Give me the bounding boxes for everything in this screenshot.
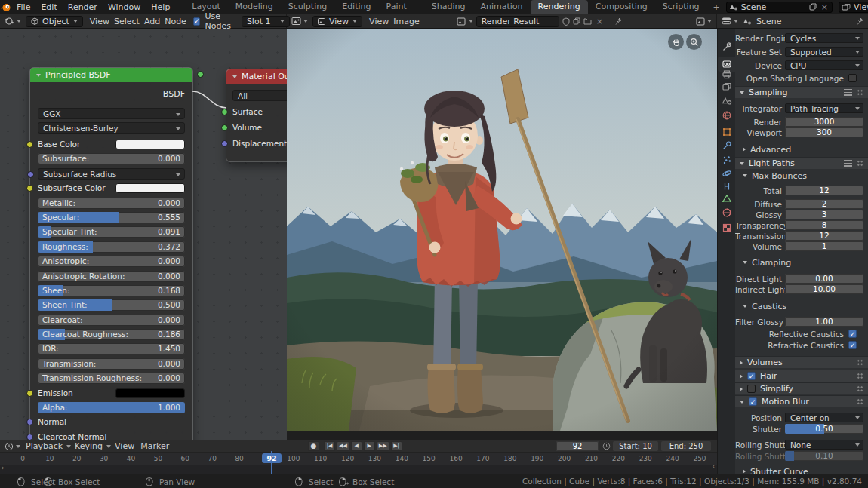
reflective-caustics-checkbox[interactable]: ✓: [848, 330, 857, 338]
color-swatch[interactable]: [115, 183, 185, 193]
bsdf-row-ior[interactable]: IOR:1.450: [38, 343, 185, 354]
timeline-menu-marker[interactable]: Marker: [138, 441, 171, 451]
current-frame-field[interactable]: 92: [556, 441, 599, 451]
bsdf-row-alpha[interactable]: Alpha:1.000: [38, 402, 185, 413]
bsdf-row-clearcoat-normal[interactable]: Clearcoat Normal: [38, 431, 185, 440]
output-row-volume[interactable]: Volume: [232, 122, 287, 134]
bsdf-row-sheen-tint[interactable]: Sheen Tint:0.500: [38, 299, 185, 311]
unlink-scene-button[interactable]: ×: [820, 2, 830, 12]
section-light-paths[interactable]: Light Paths: [735, 157, 868, 169]
workspace-tab-scripting[interactable]: Scripting: [655, 0, 707, 14]
editor-type-properties-icon[interactable]: [722, 17, 738, 26]
bsdf-node-header[interactable]: Principled BSDF: [30, 68, 192, 82]
node-socket-green[interactable]: [221, 109, 228, 115]
node-socket-green[interactable]: [221, 124, 228, 131]
node-socket-purple[interactable]: [26, 434, 33, 440]
menu-help[interactable]: Help: [146, 0, 175, 14]
jump-start-button[interactable]: |◀: [324, 441, 335, 451]
workspace-tab-modeling[interactable]: Modeling: [228, 0, 281, 14]
collapse-right-icon[interactable]: ‹: [712, 462, 715, 470]
position-dropdown[interactable]: Center on Frame: [785, 413, 863, 422]
menu-render[interactable]: Render: [63, 0, 103, 14]
pin-icon[interactable]: [614, 17, 622, 26]
subsection-max-bounces[interactable]: Max Bounces: [743, 170, 863, 181]
image-icon[interactable]: [457, 17, 466, 26]
feature-set-dropdown[interactable]: Supported: [785, 47, 863, 57]
shader-menu-view[interactable]: View: [88, 17, 112, 26]
expand-left-icon[interactable]: ›: [2, 464, 5, 471]
bsdf-row-clearcoat[interactable]: Clearcoat:0.000: [38, 315, 185, 326]
output-node-header[interactable]: Material Out ×: [226, 69, 287, 84]
editor-type-timeline-icon[interactable]: [5, 442, 20, 451]
bsdf-row-subsurface-color[interactable]: Subsurface Color: [38, 183, 185, 194]
shader-menu-add[interactable]: Add: [142, 17, 162, 26]
timeline-menu-keying[interactable]: Keying: [72, 441, 105, 451]
workspace-tab-compositing[interactable]: Compositing: [588, 0, 655, 14]
drag-dots-icon[interactable]: [857, 373, 863, 379]
node-socket-yellow[interactable]: [26, 141, 33, 148]
viewport-field[interactable]: 300: [785, 127, 863, 137]
zoom-view-button[interactable]: [686, 34, 702, 50]
properties-tab-particles[interactable]: [718, 152, 736, 167]
open-shading-language-checkbox[interactable]: [848, 74, 857, 82]
motion-blur-checkbox[interactable]: ✓: [749, 397, 757, 406]
editor-type-image-icon[interactable]: [291, 17, 308, 26]
view-layer-selector[interactable]: View Layer ×: [839, 2, 868, 13]
blender-logo-icon[interactable]: [0, 2, 11, 12]
pan-view-button[interactable]: [668, 34, 684, 50]
bsdf-row-emission[interactable]: Emission: [38, 388, 185, 399]
play-button[interactable]: ▶: [364, 441, 375, 451]
render-engine-dropdown[interactable]: Cycles: [785, 33, 863, 43]
section-volumes[interactable]: Volumes: [735, 356, 868, 368]
bsdf-row-clearcoat-roughness[interactable]: Clearcoat Roughness:0.186: [38, 329, 185, 340]
next-keyframe-button[interactable]: ▶▶: [377, 441, 389, 451]
timeline-track[interactable]: › ‹: [0, 465, 717, 474]
presets-icon[interactable]: [844, 89, 852, 96]
distribution-dropdown[interactable]: GGX: [38, 108, 185, 119]
image-name-field[interactable]: Render Result: [476, 16, 559, 27]
browse-image-caret[interactable]: [469, 20, 473, 23]
output-target-dropdown[interactable]: All: [232, 90, 287, 101]
material-output-node[interactable]: Material Out × All SurfaceVolumeDisplace…: [226, 69, 287, 161]
total-field[interactable]: 12: [785, 186, 863, 195]
use-nodes-checkbox[interactable]: ✓: [193, 17, 201, 26]
integrator-dropdown[interactable]: Path Tracing: [785, 103, 863, 113]
workspace-tab-animation[interactable]: Animation: [472, 0, 530, 14]
subsection-caustics[interactable]: Caustics: [743, 301, 863, 312]
subsection-advanced[interactable]: Advanced: [743, 144, 863, 155]
bsdf-row-base-color[interactable]: Base Color: [38, 139, 185, 150]
filter-glossy-field[interactable]: 1.00: [785, 317, 863, 327]
image-mode-dropdown[interactable]: View: [312, 16, 362, 27]
editor-type-shader-icon[interactable]: [5, 17, 21, 26]
image-menu-view[interactable]: View: [367, 17, 391, 26]
subsection-shutter-curve[interactable]: Shutter Curve: [743, 466, 863, 474]
section-sampling[interactable]: Sampling: [735, 86, 868, 98]
open-folder-icon[interactable]: [583, 17, 592, 25]
rolling-shutter-dropdown[interactable]: None: [785, 440, 863, 450]
properties-tab-material[interactable]: [718, 205, 736, 220]
object-mode-dropdown[interactable]: Object: [26, 16, 83, 27]
node-socket-purple[interactable]: [26, 419, 33, 425]
bsdf-output-socket[interactable]: [197, 71, 204, 78]
properties-tab-world[interactable]: [718, 108, 736, 123]
bsdf-row-transmission[interactable]: Transmission:0.000: [38, 358, 185, 370]
hair-checkbox[interactable]: ✓: [747, 372, 756, 380]
rolling-shutter-dur-slider[interactable]: 0.10: [785, 451, 863, 461]
shader-menu-node[interactable]: Node: [162, 17, 189, 26]
transmission-field[interactable]: 12: [785, 231, 863, 241]
workspace-tab-rendering[interactable]: Rendering: [531, 0, 588, 14]
frame-end-field[interactable]: End: 250: [661, 441, 711, 451]
display-channels-dropdown[interactable]: [696, 17, 712, 26]
drag-dots-icon[interactable]: [857, 89, 863, 96]
output-row-surface[interactable]: Surface: [232, 106, 287, 118]
node-socket-purple[interactable]: [221, 140, 228, 147]
color-swatch[interactable]: [115, 140, 185, 149]
simplify-checkbox[interactable]: [747, 385, 756, 393]
frame-start-field[interactable]: Start: 10: [613, 441, 658, 451]
bsdf-row-subsurface[interactable]: Subsurface:0.000: [38, 153, 185, 164]
pin-icon[interactable]: [855, 17, 863, 26]
bsdf-row-metallic[interactable]: Metallic:0.000: [38, 198, 185, 209]
device-dropdown[interactable]: CPU: [785, 60, 863, 70]
new-image-icon[interactable]: [573, 17, 580, 25]
properties-tab-texture[interactable]: [718, 220, 736, 235]
